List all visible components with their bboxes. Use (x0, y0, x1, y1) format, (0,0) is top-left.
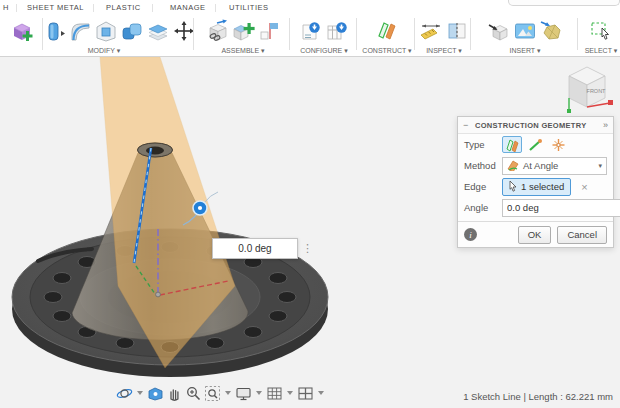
zoom-icon[interactable] (185, 385, 202, 402)
create-form-icon[interactable] (10, 19, 34, 43)
inline-input-handle-icon[interactable]: ⋮ (302, 240, 313, 257)
form-icon[interactable] (120, 19, 144, 43)
configuration-table-icon[interactable] (325, 19, 349, 43)
ribbon-group-configure: CONFIGURE ▾ (293, 16, 355, 56)
dropdown-caret-icon: ▾ (598, 162, 602, 170)
tab-separator (152, 4, 153, 12)
measure-icon[interactable] (419, 19, 443, 43)
grid-dropdown-caret[interactable] (287, 391, 293, 395)
floating-toolbar-edge (508, 0, 620, 6)
type-plane-button[interactable] (502, 136, 522, 153)
configuration-icon[interactable] (299, 19, 323, 43)
ribbon-separator (577, 18, 578, 50)
dialog-title: CONSTRUCTION GEOMETRY (475, 121, 603, 130)
bend-icon[interactable] (68, 19, 92, 43)
fit-icon[interactable] (204, 385, 221, 402)
joint-icon[interactable] (205, 19, 229, 43)
tab-partial[interactable]: H (3, 3, 9, 12)
collapse-icon[interactable]: − (463, 120, 475, 130)
configure-group-label[interactable]: CONFIGURE ▾ (293, 47, 355, 55)
type-axis-button[interactable] (525, 136, 545, 153)
type-row: Type (458, 134, 613, 155)
insert-mesh-icon[interactable] (539, 19, 563, 43)
new-component-icon[interactable] (231, 19, 255, 43)
ribbon-separator (470, 18, 471, 50)
ribbon-toolbar: H SHEET METAL PLASTIC MANAGE UTILITIES (0, 0, 620, 57)
method-label: Method (464, 160, 502, 171)
edge-selection-count: 1 selected (521, 181, 564, 192)
insert-derive-icon[interactable] (487, 19, 511, 43)
ok-button[interactable]: OK (518, 226, 552, 244)
orbit-dropdown-caret[interactable] (137, 391, 143, 395)
tab-plastic[interactable]: PLASTIC (106, 3, 141, 12)
construct-group-label[interactable]: CONSTRUCT ▾ (360, 47, 414, 55)
inspect-group-label[interactable]: INSPECT ▾ (419, 47, 469, 55)
dialog-footer: i OK Cancel (458, 221, 613, 247)
ribbon-separator (193, 18, 194, 50)
tab-sheet-metal[interactable]: SHEET METAL (27, 3, 84, 12)
fit-dropdown-caret[interactable] (225, 391, 231, 395)
viewports-icon[interactable] (297, 385, 314, 402)
ribbon-group-create (2, 16, 42, 56)
ribbon-separator (289, 18, 290, 50)
construct-plane-icon[interactable] (375, 19, 399, 43)
fusion-window: H SHEET METAL PLASTIC MANAGE UTILITIES (0, 0, 620, 408)
orbit-icon[interactable] (116, 385, 133, 402)
type-point-button[interactable] (548, 136, 568, 153)
method-value: At Angle (523, 160, 558, 171)
edge-label: Edge (464, 181, 502, 192)
rip-icon[interactable] (146, 19, 170, 43)
angle-label: Angle (464, 202, 502, 213)
pan-icon[interactable] (166, 385, 183, 402)
angle-row: Angle (458, 197, 613, 218)
insert-group-label[interactable]: INSERT ▾ (481, 47, 569, 55)
ribbon-group-construct: CONSTRUCT ▾ (360, 16, 414, 56)
grid-icon[interactable] (266, 385, 283, 402)
origin-point (156, 292, 161, 297)
dialog-header[interactable]: − CONSTRUCTION GEOMETRY » (458, 117, 613, 134)
selection-status-text: 1 Sketch Line | Length : 62.221 mm (463, 391, 613, 402)
angle-inline-input[interactable] (212, 238, 298, 259)
model-viewport[interactable]: FRONT ⋮ − CONSTRUCTION GEOMETRY » Type (0, 57, 620, 408)
viewports-dropdown-caret[interactable] (318, 391, 324, 395)
cone-top-hole (146, 147, 164, 155)
modify-group-label[interactable]: MODIFY ▾ (46, 47, 162, 55)
cancel-button[interactable]: Cancel (557, 226, 607, 244)
viewcube-front-face-label[interactable]: FRONT (587, 88, 607, 94)
ribbon-separator (414, 18, 415, 50)
method-row: Method At Angle ▾ (458, 155, 613, 176)
ribbon-group-inspect: INSPECT ▾ (419, 16, 469, 56)
ribbon-separator (356, 18, 357, 50)
flange-icon[interactable] (42, 19, 66, 43)
display-settings-dropdown-caret[interactable] (256, 391, 262, 395)
joint-origin-icon[interactable] (257, 19, 281, 43)
display-settings-icon[interactable] (235, 385, 252, 402)
angle-field[interactable] (502, 199, 620, 217)
tab-separator (16, 4, 17, 12)
edge-selection-button[interactable]: 1 selected (502, 178, 571, 196)
ribbon-group-insert: INSERT ▾ (481, 16, 569, 56)
select-icon[interactable] (589, 19, 613, 43)
construction-geometry-dialog: − CONSTRUCTION GEOMETRY » Type Method (457, 116, 614, 248)
ribbon-group-modify: MODIFY ▾ (46, 16, 192, 56)
view-cube[interactable]: FRONT (558, 61, 616, 115)
navigation-toolbar (116, 384, 326, 402)
expand-panel-icon[interactable]: » (603, 120, 608, 130)
method-dropdown[interactable]: At Angle ▾ (502, 157, 607, 175)
section-analysis-icon[interactable] (445, 19, 469, 43)
assemble-group-label[interactable]: ASSEMBLE ▾ (198, 47, 288, 55)
select-group-label[interactable]: SELECT ▾ (582, 47, 620, 55)
tab-manage[interactable]: MANAGE (170, 3, 206, 12)
ribbon-group-assemble: ASSEMBLE ▾ (198, 16, 288, 56)
look-at-icon[interactable] (147, 385, 164, 402)
tab-utilities[interactable]: UTILITIES (229, 3, 269, 12)
insert-canvas-icon[interactable] (513, 19, 537, 43)
type-label: Type (464, 139, 502, 150)
unfold-icon[interactable] (94, 19, 118, 43)
info-icon[interactable]: i (464, 228, 477, 241)
at-angle-icon (507, 160, 519, 171)
edge-row: Edge 1 selected × (458, 176, 613, 197)
tab-separator (93, 4, 94, 12)
clear-selection-icon[interactable]: × (581, 181, 587, 193)
tab-separator (215, 4, 216, 12)
